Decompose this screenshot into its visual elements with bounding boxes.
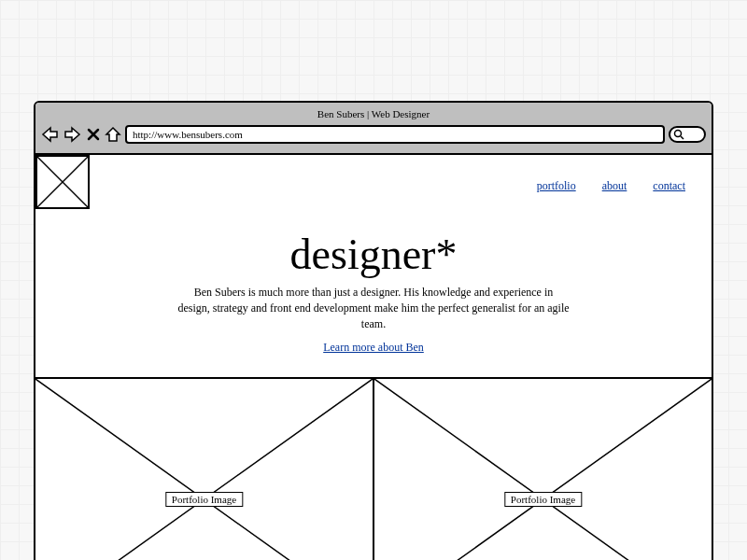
svg-line-6 (374, 379, 712, 560)
svg-line-1 (681, 136, 684, 139)
hero-heading: designer* (35, 230, 712, 279)
svg-point-0 (675, 131, 682, 137)
browser-toolbar (41, 125, 706, 144)
url-input[interactable] (125, 125, 665, 144)
svg-line-4 (35, 379, 373, 560)
portfolio-label-2: Portfolio Image (504, 492, 582, 507)
nav-about[interactable]: about (602, 179, 627, 193)
page-content: portfolio about contact designer* Ben Su… (35, 155, 712, 560)
svg-line-5 (35, 379, 373, 560)
search-icon (673, 129, 684, 140)
svg-line-7 (374, 379, 712, 560)
search-pill[interactable] (669, 126, 706, 143)
browser-chrome: Ben Subers | Web Designer (35, 103, 712, 155)
portfolio-label-1: Portfolio Image (165, 492, 243, 507)
hero-body: Ben Subers is much more than just a desi… (177, 285, 570, 331)
logo-placeholder (35, 155, 90, 209)
portfolio-item-2[interactable]: Portfolio Image (374, 379, 712, 560)
back-icon[interactable] (41, 126, 60, 143)
nav-portfolio[interactable]: portfolio (537, 179, 576, 193)
home-icon[interactable] (105, 126, 121, 143)
stop-icon[interactable] (86, 127, 101, 142)
portfolio-item-1[interactable]: Portfolio Image (35, 379, 374, 560)
hero-cta-link[interactable]: Learn more about Ben (323, 341, 424, 355)
main-nav: portfolio about contact (537, 179, 685, 193)
nav-contact[interactable]: contact (653, 179, 685, 193)
forward-icon[interactable] (63, 126, 82, 143)
portfolio-row: Portfolio Image Portfolio Image (35, 377, 712, 560)
browser-title: Ben Subers | Web Designer (41, 106, 706, 125)
browser-window: Ben Subers | Web Designer portfo (34, 101, 713, 560)
